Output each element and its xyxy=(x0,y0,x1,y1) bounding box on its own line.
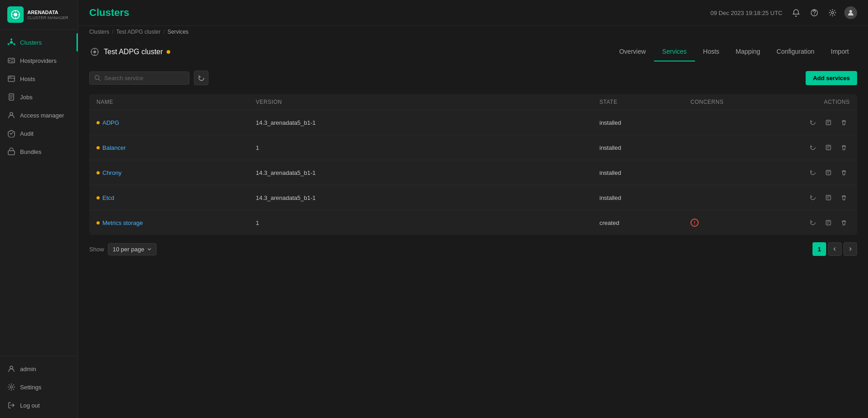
page-number-1[interactable]: 1 xyxy=(812,242,826,256)
table-row[interactable]: Metrics storage 1 created ! xyxy=(89,210,857,235)
sidebar-item-audit-label: Audit xyxy=(20,130,34,137)
cluster-name-text: Test ADPG cluster xyxy=(104,48,163,56)
svg-rect-44 xyxy=(826,145,831,150)
sidebar-item-audit[interactable]: Audit xyxy=(0,124,78,143)
sidebar-item-bundles[interactable]: Bundles xyxy=(0,143,78,161)
service-version: 14.3_arenadata5_b1-1 xyxy=(256,194,599,201)
settings-button[interactable] xyxy=(826,6,839,19)
service-name: Chrony xyxy=(96,169,256,176)
service-refresh-action[interactable] xyxy=(807,117,819,128)
service-config-action[interactable] xyxy=(822,217,834,229)
concern-warning-icon: ! xyxy=(690,219,699,227)
sidebar-logout-label: Log out xyxy=(20,402,40,409)
service-config-action[interactable] xyxy=(822,117,834,128)
service-config-action[interactable] xyxy=(822,167,834,178)
cluster-header: Test ADPG cluster Overview Services Host… xyxy=(78,38,868,61)
page-next-button[interactable] xyxy=(843,242,857,256)
search-box[interactable] xyxy=(89,71,189,85)
hosts-icon xyxy=(7,75,15,83)
svg-rect-50 xyxy=(826,195,831,200)
service-refresh-action[interactable] xyxy=(807,192,819,204)
service-status-dot xyxy=(96,121,100,124)
svg-rect-41 xyxy=(826,120,831,125)
service-version: 1 xyxy=(256,219,599,226)
service-refresh-action[interactable] xyxy=(807,167,819,178)
per-page-select[interactable]: 10 per page xyxy=(108,243,157,255)
breadcrumb-cluster[interactable]: Test ADPG cluster xyxy=(116,29,160,35)
col-version: Version xyxy=(256,99,599,105)
sidebar-item-access-manager-label: Access manager xyxy=(20,112,64,119)
service-config-action[interactable] xyxy=(822,142,834,153)
page-prev-button[interactable] xyxy=(828,242,842,256)
sidebar-item-settings[interactable]: Settings xyxy=(0,378,78,396)
table-row[interactable]: Chrony 14.3_arenadata5_b1-1 installed xyxy=(89,160,857,185)
tab-hosts[interactable]: Hosts xyxy=(695,42,728,61)
breadcrumb: Clusters / Test ADPG cluster / Services xyxy=(78,26,868,38)
table-row[interactable]: ADPG 14.3_arenadata5_b1-1 installed xyxy=(89,110,857,135)
sidebar-item-clusters[interactable]: Clusters xyxy=(0,33,78,51)
svg-point-20 xyxy=(10,77,11,78)
table-row[interactable]: Balancer 1 installed xyxy=(89,135,857,160)
svg-line-11 xyxy=(13,43,14,44)
service-config-action[interactable] xyxy=(822,192,834,204)
svg-point-31 xyxy=(832,12,834,14)
service-refresh-action[interactable] xyxy=(807,217,819,229)
svg-point-14 xyxy=(9,60,10,61)
col-state: State xyxy=(599,99,690,105)
search-input[interactable] xyxy=(104,75,184,82)
service-status-dot xyxy=(96,146,100,149)
tab-mapping[interactable]: Mapping xyxy=(727,42,768,61)
sidebar-item-hosts[interactable]: Hosts xyxy=(0,70,78,88)
tab-overview[interactable]: Overview xyxy=(611,42,654,61)
col-actions: Actions xyxy=(782,99,850,105)
topbar: Clusters 09 Dec 2023 19:18:25 UTC xyxy=(78,0,868,26)
service-state: installed xyxy=(599,144,690,151)
page-title: Clusters xyxy=(89,7,129,19)
search-icon xyxy=(94,75,101,81)
service-delete-action[interactable] xyxy=(838,192,850,204)
bundles-icon xyxy=(7,148,15,156)
svg-point-1 xyxy=(14,13,17,16)
refresh-button[interactable] xyxy=(194,71,208,85)
sidebar-item-admin[interactable]: admin xyxy=(0,360,78,378)
main-content: Clusters 09 Dec 2023 19:18:25 UTC xyxy=(78,0,868,418)
service-delete-action[interactable] xyxy=(838,117,850,128)
user-avatar[interactable] xyxy=(844,6,857,19)
sidebar-item-jobs-label: Jobs xyxy=(20,94,32,101)
notifications-button[interactable] xyxy=(790,6,802,19)
svg-line-40 xyxy=(99,79,101,81)
admin-icon xyxy=(7,365,15,373)
service-state: installed xyxy=(599,194,690,201)
service-delete-action[interactable] xyxy=(838,142,850,153)
service-delete-action[interactable] xyxy=(838,167,850,178)
table-row[interactable]: Etcd 14.3_arenadata5_b1-1 installed xyxy=(89,185,857,210)
tabs: Overview Services Hosts Mapping Configur… xyxy=(611,42,857,61)
service-actions xyxy=(782,217,850,229)
tab-import[interactable]: Import xyxy=(822,42,857,61)
service-refresh-action[interactable] xyxy=(807,142,819,153)
pagination: Show 10 per page 1 xyxy=(89,235,857,260)
service-version: 14.3_arenadata5_b1-1 xyxy=(256,119,599,126)
sidebar-bottom: admin Settings Log out xyxy=(0,356,78,418)
service-delete-action[interactable] xyxy=(838,217,850,229)
tab-services[interactable]: Services xyxy=(654,42,695,61)
service-actions xyxy=(782,192,850,204)
help-button[interactable] xyxy=(808,6,821,19)
service-actions xyxy=(782,142,850,153)
sidebar-item-clusters-label: Clusters xyxy=(20,39,42,46)
toolbar: Add services xyxy=(89,71,857,85)
sidebar-item-jobs[interactable]: Jobs xyxy=(0,88,78,106)
tab-configuration[interactable]: Configuration xyxy=(768,42,822,61)
svg-rect-17 xyxy=(8,76,15,82)
sidebar-item-access-manager[interactable]: Access manager xyxy=(0,106,78,124)
add-services-button[interactable]: Add services xyxy=(806,71,857,85)
logo-sub: CLUSTER MANAGER xyxy=(27,15,68,20)
service-name: Etcd xyxy=(96,194,256,201)
sidebar-item-logout[interactable]: Log out xyxy=(0,396,78,414)
col-name: Name xyxy=(96,99,256,105)
svg-point-34 xyxy=(93,51,96,53)
sidebar-item-hostproviders[interactable]: Hostproviders xyxy=(0,51,78,70)
sidebar-nav: Clusters Hostproviders xyxy=(0,30,78,356)
svg-point-9 xyxy=(8,43,10,45)
breadcrumb-clusters[interactable]: Clusters xyxy=(89,29,109,35)
